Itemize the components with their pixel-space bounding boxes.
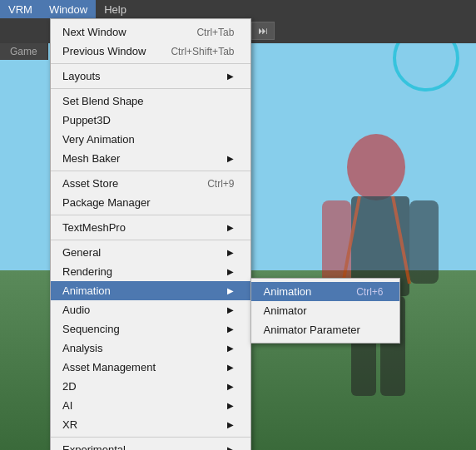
menu-help[interactable]: Help bbox=[96, 0, 135, 18]
arrow-icon: ▶ bbox=[227, 445, 234, 450]
arrow-icon: ▶ bbox=[227, 223, 234, 232]
separator-5 bbox=[51, 240, 250, 240]
step-button[interactable]: ⏭ bbox=[251, 22, 275, 40]
menu-window[interactable]: Window bbox=[41, 0, 96, 18]
submenu-animation[interactable]: Animation Ctrl+6 bbox=[251, 282, 399, 301]
arrow-icon: ▶ bbox=[227, 305, 234, 314]
arrow-icon: ▶ bbox=[227, 286, 234, 295]
separator-2 bbox=[51, 88, 250, 89]
arrow-icon: ▶ bbox=[227, 420, 234, 429]
menu-analysis[interactable]: Analysis ▶ bbox=[51, 339, 250, 358]
svg-point-0 bbox=[347, 134, 405, 200]
menu-previous-window[interactable]: Previous Window Ctrl+Shift+Tab bbox=[51, 42, 250, 61]
arrow-icon: ▶ bbox=[227, 401, 234, 410]
separator-1 bbox=[51, 63, 250, 64]
menu-layouts[interactable]: Layouts ▶ bbox=[51, 67, 250, 86]
tabbar: Game bbox=[0, 43, 48, 60]
main-menu: Next Window Ctrl+Tab Previous Window Ctr… bbox=[50, 18, 251, 450]
menu-audio[interactable]: Audio ▶ bbox=[51, 300, 250, 319]
menu-package-manager[interactable]: Package Manager bbox=[51, 193, 250, 212]
separator-4 bbox=[51, 215, 250, 215]
arrow-icon: ▶ bbox=[227, 248, 234, 257]
menu-general[interactable]: General ▶ bbox=[51, 243, 250, 262]
arrow-icon: ▶ bbox=[227, 344, 234, 353]
menubar: VRM Window Help bbox=[0, 0, 476, 18]
menu-very-animation[interactable]: Very Animation bbox=[51, 130, 250, 149]
menu-puppet3d[interactable]: Puppet3D bbox=[51, 111, 250, 130]
arrow-icon: ▶ bbox=[227, 324, 234, 334]
menu-mesh-baker[interactable]: Mesh Baker ▶ bbox=[51, 149, 250, 168]
menu-asset-store[interactable]: Asset Store Ctrl+9 bbox=[51, 174, 250, 193]
menu-2d[interactable]: 2D ▶ bbox=[51, 377, 250, 396]
menu-xr[interactable]: XR ▶ bbox=[51, 415, 250, 434]
separator-6 bbox=[51, 437, 250, 438]
animation-submenu: Animation Ctrl+6 Animator Animator Param… bbox=[250, 278, 400, 344]
menu-animation[interactable]: Animation ▶ Animation Ctrl+6 Animator An… bbox=[51, 281, 250, 300]
submenu-animator[interactable]: Animator bbox=[251, 301, 399, 320]
menu-sequencing[interactable]: Sequencing ▶ bbox=[51, 319, 250, 339]
menu-asset-management[interactable]: Asset Management ▶ bbox=[51, 358, 250, 377]
menu-rendering[interactable]: Rendering ▶ bbox=[51, 262, 250, 281]
arrow-icon: ▶ bbox=[227, 363, 234, 372]
menu-next-window[interactable]: Next Window Ctrl+Tab bbox=[51, 22, 250, 42]
submenu-animator-parameter[interactable]: Animator Parameter bbox=[251, 320, 399, 339]
arrow-icon: ▶ bbox=[227, 267, 234, 276]
menu-textmeshpro[interactable]: TextMeshPro ▶ bbox=[51, 218, 250, 237]
menu-set-blend-shape[interactable]: Set Blend Shape bbox=[51, 91, 250, 111]
menu-experimental[interactable]: Experimental ▶ bbox=[51, 440, 250, 450]
menu-ai[interactable]: AI ▶ bbox=[51, 396, 250, 415]
arrow-icon: ▶ bbox=[227, 382, 234, 391]
menu-vrm[interactable]: VRM bbox=[0, 0, 41, 18]
arrow-icon: ▶ bbox=[227, 154, 234, 163]
separator-3 bbox=[51, 171, 250, 171]
arrow-icon: ▶ bbox=[227, 72, 234, 81]
game-tab[interactable]: Game bbox=[0, 43, 48, 60]
svg-rect-3 bbox=[409, 200, 439, 284]
